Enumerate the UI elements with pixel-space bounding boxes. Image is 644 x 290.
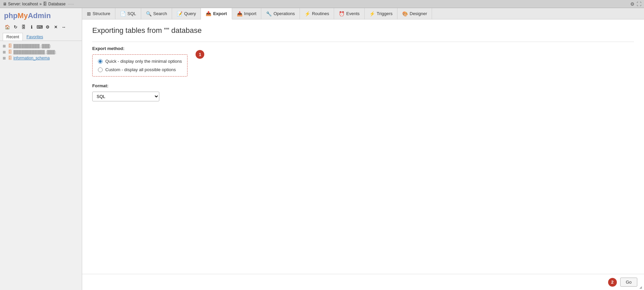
tree-item-db1[interactable]: ⊞ 🗄 ██████████ (███): [1, 43, 80, 49]
top-bar-db-icon: 🗄: [43, 2, 47, 6]
db-tree-icon: 🗄: [8, 44, 12, 48]
resize-handle[interactable]: ◢: [639, 285, 643, 289]
sql-icon: 📄: [120, 11, 126, 16]
tab-search[interactable]: 🔍 Search: [141, 8, 172, 19]
format-select[interactable]: SQL CSV Excel JSON XML: [92, 92, 159, 101]
events-icon: ⏰: [339, 11, 344, 16]
page-title: Exporting tables from "" database: [92, 26, 634, 35]
settings-sidebar-icon[interactable]: ⚙: [44, 23, 51, 30]
sidebar-tree: ⊞ 🗄 ██████████ (███) ⊞ 🗄 ████████████ (█…: [0, 41, 82, 290]
expand-collapse-icon[interactable]: ↔: [60, 23, 67, 30]
format-label: Format:: [92, 83, 634, 88]
tab-routines[interactable]: ⚡ Routines: [300, 8, 334, 19]
db-tree-icon-2: 🗄: [8, 50, 12, 54]
console-icon[interactable]: ⌨: [36, 23, 43, 30]
sidebar-tabs: Recent Favorites: [0, 33, 82, 41]
settings-icon[interactable]: ⚙: [630, 1, 635, 7]
tab-operations[interactable]: 🔧 Operations: [261, 8, 300, 19]
logo-my: My: [17, 11, 28, 20]
tree-expand-icon-2: ⊞: [3, 50, 7, 54]
radio-custom[interactable]: Custom - display all possible options: [98, 67, 182, 72]
exit-icon[interactable]: ✕: [52, 23, 59, 30]
triggers-icon: ⚡: [369, 11, 375, 16]
top-bar-db-name: ······: [67, 2, 74, 6]
sidebar-tab-favorites[interactable]: Favorites: [23, 33, 47, 41]
tab-events[interactable]: ⏰ Events: [334, 8, 365, 19]
sidebar-icon-row: 🏠 ↻ 🗄 ℹ ⌨ ⚙ ✕ ↔: [0, 22, 82, 33]
top-bar-database-label: Database: [48, 2, 65, 6]
sidebar-logo: phpMyAdmin: [0, 8, 82, 22]
tab-import[interactable]: 📥 Import: [232, 8, 262, 19]
home-icon[interactable]: 🏠: [4, 23, 11, 30]
designer-icon: 🎨: [402, 11, 408, 16]
radio-custom-input[interactable]: [98, 67, 103, 72]
radio-quick[interactable]: Quick - display only the minimal options: [98, 59, 182, 64]
db-tree-icon-3: 🗄: [8, 56, 12, 60]
radio-quick-input[interactable]: [98, 59, 103, 64]
action-bar: 2 Go ◢: [82, 274, 644, 290]
info-icon[interactable]: ℹ: [28, 23, 35, 30]
radio-quick-label: Quick - display only the minimal options: [105, 59, 182, 64]
tab-bar: ⊞ Structure 📄 SQL 🔍 Search 📝 Query 📤 Exp…: [82, 8, 644, 19]
import-icon: 📥: [237, 11, 243, 16]
refresh-icon[interactable]: ↻: [12, 23, 19, 30]
maximize-icon[interactable]: ⛶: [637, 1, 641, 7]
top-bar-server-icon: 🖥: [3, 2, 7, 6]
sidebar: phpMyAdmin 🏠 ↻ 🗄 ℹ ⌨ ⚙ ✕ ↔ Recent Favori…: [0, 8, 82, 290]
top-bar: 🖥 Server: localhost » 🗄 Database ······ …: [0, 0, 644, 8]
radio-custom-label: Custom - display all possible options: [105, 67, 176, 72]
tree-label-information-schema: information_schema: [13, 56, 50, 60]
query-icon: 📝: [177, 11, 182, 16]
top-bar-server-label: Server: localhost: [8, 2, 38, 6]
annotation-badge-1: 1: [196, 50, 204, 59]
annotation-badge-2: 2: [608, 278, 617, 287]
export-method-label: Export method:: [92, 46, 634, 51]
content-area: ⊞ Structure 📄 SQL 🔍 Search 📝 Query 📤 Exp…: [82, 8, 644, 290]
tab-structure[interactable]: ⊞ Structure: [82, 8, 115, 19]
tab-export[interactable]: 📤 Export: [201, 8, 232, 19]
logo-admin: Admin: [28, 11, 51, 20]
tab-designer[interactable]: 🎨 Designer: [397, 8, 432, 19]
tab-query[interactable]: 📝 Query: [172, 8, 201, 19]
logo-php: php: [4, 11, 17, 20]
tree-expand-icon: ⊞: [3, 44, 7, 48]
tree-expand-icon-3: ⊞: [3, 56, 7, 60]
export-method-box: Quick - display only the minimal options…: [92, 54, 187, 77]
tree-item-information-schema[interactable]: ⊞ 🗄 information_schema: [1, 55, 80, 61]
tab-sql[interactable]: 📄 SQL: [115, 8, 141, 19]
table-icon: ⊞: [87, 11, 91, 16]
format-section: Format: SQL CSV Excel JSON XML: [92, 83, 634, 101]
search-tab-icon: 🔍: [146, 11, 152, 16]
tree-item-db2[interactable]: ⊞ 🗄 ████████████ (███): [1, 49, 80, 55]
operations-icon: 🔧: [266, 11, 272, 16]
top-bar-separator: »: [39, 2, 42, 6]
export-icon: 📤: [206, 11, 211, 16]
section-divider-1: [92, 42, 634, 42]
sidebar-tab-recent[interactable]: Recent: [3, 33, 23, 41]
tab-triggers[interactable]: ⚡ Triggers: [365, 8, 397, 19]
go-button[interactable]: Go: [620, 278, 637, 287]
page-content: Exporting tables from "" database Export…: [82, 19, 644, 274]
db-icon[interactable]: 🗄: [20, 23, 27, 30]
routines-icon: ⚡: [305, 11, 310, 16]
